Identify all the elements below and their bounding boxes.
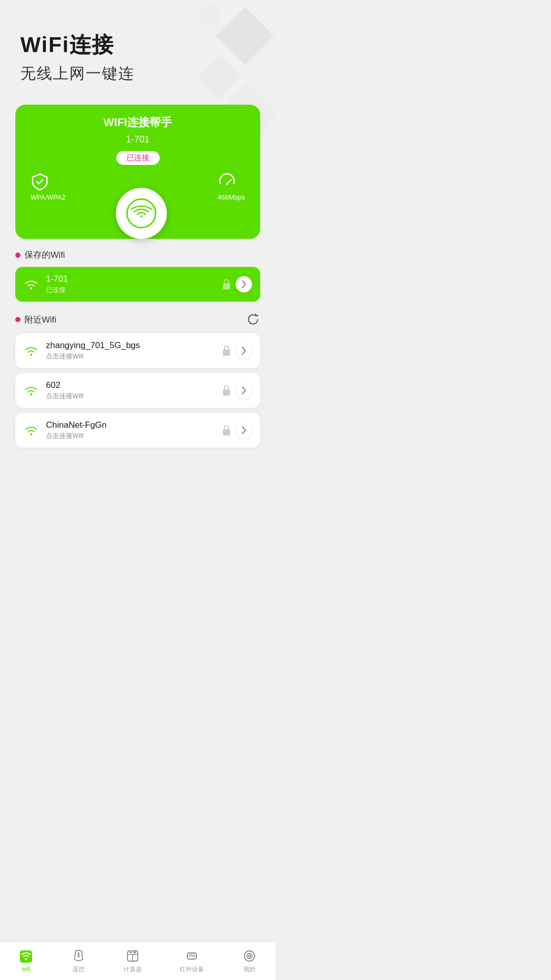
speed-info: 468Mbps	[218, 173, 245, 201]
security-info: WPA/WPA2	[31, 173, 65, 201]
nearby-network-item-1[interactable]: zhangying_701_5G_bgs 点击连接Wifi	[15, 333, 260, 368]
svg-point-9	[30, 433, 32, 435]
saved-network-item[interactable]: 1-701 已连接	[15, 267, 260, 302]
wifi-signal-icon	[23, 345, 39, 357]
nearby-network-2-info: 602 点击连接Wifi	[46, 380, 221, 401]
nearby-network-2-status: 点击连接Wifi	[46, 391, 221, 401]
nearby-network-item-3[interactable]: ChinaNet-FgGn 点击连接Wifi	[15, 413, 260, 448]
saved-network-name: 1-701	[46, 274, 221, 284]
speedometer-icon	[218, 173, 236, 191]
saved-wifi-section: 保存的Wifi 1-701 已连接	[15, 249, 260, 302]
refresh-button[interactable]	[245, 312, 260, 327]
svg-point-7	[30, 394, 32, 396]
wifi-signal-icon	[23, 384, 39, 397]
nearby-network-3-status: 点击连接Wifi	[46, 431, 221, 440]
nearby-network-1-status: 点击连接Wifi	[46, 352, 221, 361]
app-name: WIFI连接帮手	[26, 115, 250, 130]
header: WiFi连接 无线上网一键连	[0, 0, 276, 100]
nearby-network-3-actions	[221, 422, 252, 438]
nearby-network-2-name: 602	[46, 380, 221, 390]
saved-network-info: 1-701 已连接	[46, 274, 221, 295]
lock-icon	[221, 385, 232, 396]
wifi-signal-icon	[23, 278, 39, 290]
saved-wifi-dot	[15, 253, 20, 258]
nearby-wifi-dot	[15, 317, 20, 322]
nearby-network-2-actions	[221, 382, 252, 399]
nearby-network-1-actions	[221, 342, 252, 359]
nearby-network-2-detail-button[interactable]	[236, 382, 252, 399]
nearby-network-1-name: zhangying_701_5G_bgs	[46, 340, 221, 351]
svg-point-0	[127, 199, 156, 228]
shield-icon	[31, 173, 49, 191]
wifi-signal-icon	[23, 424, 39, 436]
nearby-network-1-detail-button[interactable]	[236, 342, 252, 359]
svg-point-3	[30, 287, 32, 289]
lock-icon	[221, 279, 232, 290]
svg-rect-6	[223, 350, 230, 356]
nearby-network-item-2[interactable]: 602 点击连接Wifi	[15, 373, 260, 408]
lock-icon	[221, 425, 232, 436]
connected-badge: 已连接	[116, 151, 160, 165]
nearby-network-3-name: ChinaNet-FgGn	[46, 420, 221, 430]
svg-rect-4	[223, 283, 230, 289]
saved-wifi-title: 保存的Wifi	[24, 249, 65, 261]
page-subtitle: 无线上网一键连	[20, 63, 255, 84]
nearby-network-3-detail-button[interactable]	[236, 422, 252, 438]
nearby-network-1-info: zhangying_701_5G_bgs 点击连接Wifi	[46, 340, 221, 361]
saved-network-actions	[221, 276, 252, 292]
svg-rect-10	[223, 429, 230, 435]
nearby-wifi-section: 附近Wifi zhangying_701_5G_bgs 点击连接Wif	[15, 312, 260, 448]
saved-network-detail-button[interactable]	[236, 276, 252, 292]
security-label: WPA/WPA2	[31, 193, 65, 201]
main-wifi-icon[interactable]	[116, 188, 167, 239]
saved-network-status: 已连接	[46, 285, 221, 295]
svg-point-5	[30, 354, 32, 356]
main-card: WIFI连接帮手 1-701 已连接 WPA/WPA2	[15, 105, 260, 239]
nearby-network-3-info: ChinaNet-FgGn 点击连接Wifi	[46, 420, 221, 440]
nearby-wifi-title: 附近Wifi	[24, 314, 56, 326]
speed-label: 468Mbps	[218, 193, 245, 201]
svg-rect-8	[223, 389, 230, 396]
page-title: WiFi连接	[20, 31, 255, 59]
connected-network-name: 1-701	[26, 134, 250, 145]
lock-icon	[221, 345, 232, 356]
svg-point-2	[226, 183, 228, 185]
